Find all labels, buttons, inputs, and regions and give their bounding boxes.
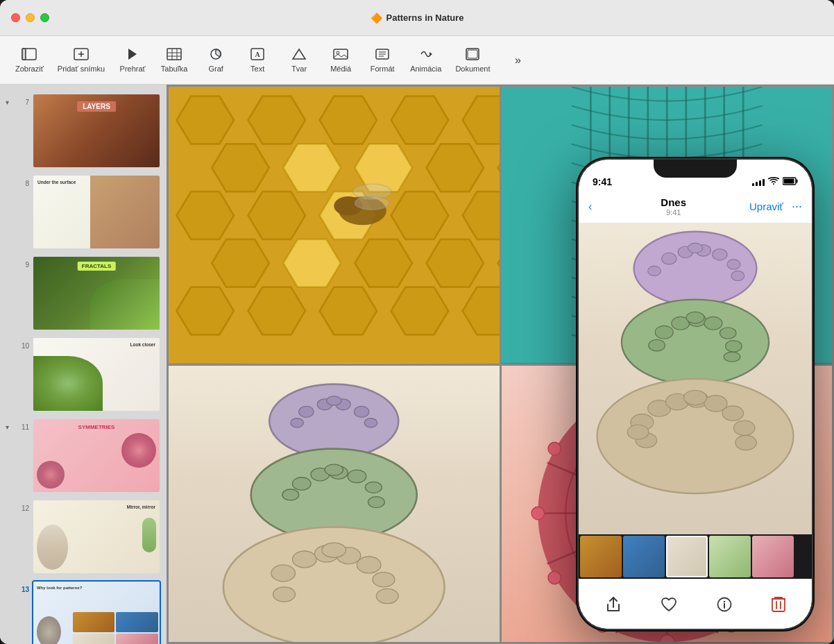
toolbar-text[interactable]: A Text: [237, 44, 278, 77]
toolbar-tabulka[interactable]: Tabuľka: [153, 44, 195, 77]
svg-point-137: [655, 325, 673, 339]
phone-time: 9:41: [593, 176, 612, 187]
svg-rect-161: [772, 599, 785, 611]
slide-number-12: 12: [17, 505, 29, 512]
slide-panel[interactable]: ▾ 7 8 Under the surface: [0, 85, 167, 644]
toolbar-zobrazit[interactable]: Zobraziť: [8, 44, 51, 77]
svg-point-132: [727, 260, 740, 269]
collapse-7[interactable]: ▾: [6, 99, 17, 106]
svg-rect-125: [797, 180, 798, 183]
photos-heart-button[interactable]: [661, 597, 677, 612]
animacia-icon: [418, 48, 434, 62]
svg-point-156: [627, 425, 649, 439]
slide-number-7: 7: [17, 99, 29, 106]
slide-thumb-11[interactable]: SYMMETRIES: [32, 418, 161, 493]
traffic-lights: [11, 13, 49, 22]
prehrat-label: Prehrať: [120, 65, 146, 73]
photos-filmstrip: [579, 534, 812, 579]
filmstrip-thumb-2[interactable]: [623, 536, 665, 577]
svg-point-92: [357, 556, 381, 573]
svg-point-75: [364, 418, 377, 427]
slide-group-8: 8 Under the surface: [0, 171, 167, 253]
svg-point-89: [292, 550, 316, 567]
svg-point-83: [365, 482, 382, 493]
svg-point-79: [292, 477, 311, 490]
slide-number-10: 10: [17, 342, 29, 350]
svg-point-143: [649, 339, 665, 351]
zobrazit-label: Zobraziť: [15, 65, 44, 73]
phone-device: 9:41: [577, 158, 813, 630]
photos-subtitle: 9:41: [597, 208, 749, 217]
toolbar-pridat-snimku[interactable]: Pridať snímku: [51, 44, 112, 77]
photos-back-button[interactable]: ‹: [588, 201, 592, 213]
fullscreen-button[interactable]: [40, 13, 49, 22]
tvar-icon: [291, 48, 307, 62]
svg-point-144: [686, 312, 704, 323]
zobrazit-icon: [22, 48, 37, 62]
signal-bars: [752, 179, 765, 186]
filmstrip-thumb-4[interactable]: [709, 536, 751, 577]
toolbar-graf[interactable]: Graf: [195, 44, 237, 77]
toolbar-dokument[interactable]: Dokument: [448, 44, 497, 77]
toolbar-animacia[interactable]: Animácia: [403, 44, 448, 77]
format-icon: [375, 48, 390, 62]
svg-point-131: [713, 249, 727, 261]
collapse-11[interactable]: ▾: [6, 423, 17, 431]
svg-rect-126: [784, 179, 794, 184]
dokument-icon: [466, 48, 479, 62]
toolbar: Zobraziť Pridať snímku Prehrať: [0, 36, 834, 85]
slide-thumb-9[interactable]: FRACTALS: [32, 255, 161, 331]
photos-main-image: [579, 223, 812, 534]
svg-point-71: [299, 406, 314, 417]
phone-frame: 9:41: [577, 158, 813, 630]
toolbar-media[interactable]: Médiá: [320, 44, 361, 77]
battery-icon: [783, 177, 798, 187]
svg-point-70: [269, 384, 398, 457]
svg-point-160: [723, 600, 724, 602]
svg-point-122: [547, 442, 561, 455]
media-icon: [333, 48, 348, 62]
canvas-cell-urchins-left: [169, 366, 500, 643]
main-window: 🔶 Patterns in Nature Zobraziť Pr: [0, 0, 834, 644]
filmstrip-thumb-3[interactable]: [666, 536, 708, 577]
svg-rect-1: [22, 49, 26, 60]
photos-delete-button[interactable]: [772, 596, 785, 613]
slide-thumb-8[interactable]: Under the surface: [32, 174, 161, 250]
svg-point-140: [704, 316, 722, 330]
slide-group-10: 10 Look closer: [0, 334, 167, 415]
svg-point-121: [531, 507, 544, 520]
slide-thumb-13[interactable]: Why look for patterns?: [32, 580, 161, 644]
toolbar-format[interactable]: Formát: [361, 44, 403, 77]
svg-point-154: [735, 435, 757, 450]
filmstrip-thumb-5[interactable]: [752, 536, 794, 577]
svg-point-133: [731, 271, 744, 280]
svg-point-152: [722, 406, 744, 421]
svg-point-84: [282, 489, 299, 500]
svg-point-74: [354, 406, 368, 417]
svg-point-128: [662, 253, 676, 264]
photos-actions-bar: [579, 579, 812, 629]
tabulka-icon: [167, 48, 182, 62]
window-title: 🔶 Patterns in Nature: [371, 12, 464, 24]
dokument-label: Dokument: [455, 65, 490, 73]
svg-rect-6: [167, 49, 181, 60]
photos-info-button[interactable]: [717, 597, 732, 612]
format-label: Formát: [371, 65, 395, 73]
keynote-icon: 🔶: [371, 12, 382, 24]
text-icon: A: [250, 48, 265, 62]
toolbar-tvar[interactable]: Tvar: [278, 44, 320, 77]
close-button[interactable]: [11, 13, 20, 22]
photos-edit-button[interactable]: Upraviť: [749, 201, 783, 212]
toolbar-prehrat[interactable]: Prehrať: [112, 44, 153, 77]
filmstrip-thumb-1[interactable]: [580, 536, 622, 577]
photos-more-button[interactable]: ···: [792, 199, 802, 214]
slide-thumb-12[interactable]: Mirror, mirror: [32, 499, 161, 575]
slide-thumb-7[interactable]: [32, 93, 161, 169]
photos-share-button[interactable]: [606, 596, 621, 613]
toolbar-more[interactable]: »: [497, 51, 539, 70]
slide-thumb-10[interactable]: Look closer: [32, 337, 161, 412]
minimize-button[interactable]: [26, 13, 35, 22]
svg-point-76: [291, 418, 304, 427]
svg-point-145: [724, 352, 740, 362]
signal-bar-4: [763, 179, 765, 186]
